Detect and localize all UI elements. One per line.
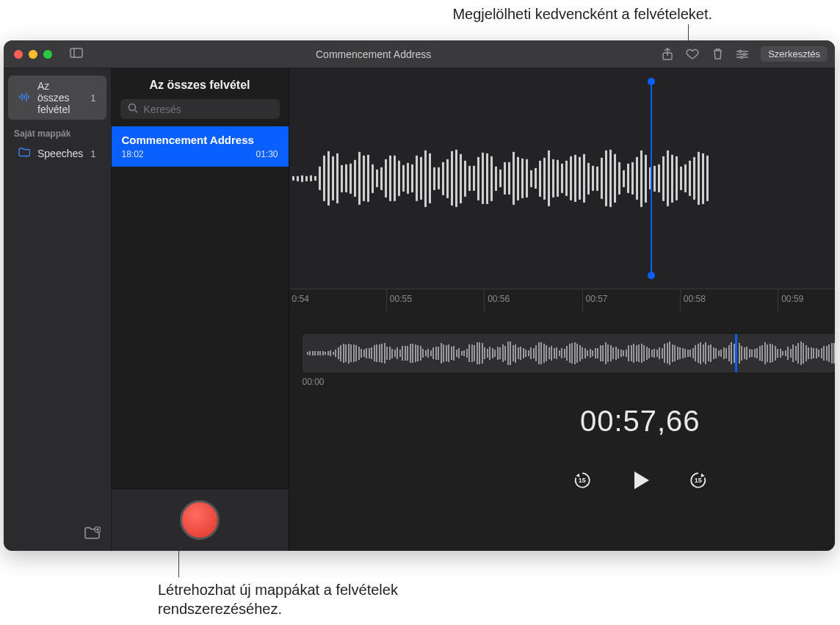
favorite-icon[interactable] [686,48,699,61]
ruler-tick: 00:58 [680,289,778,312]
skip-forward-seconds: 15 [695,477,702,484]
skip-back-seconds: 15 [579,477,586,484]
recording-time: 18:02 [122,149,144,159]
ruler-tick: 00:56 [484,289,582,312]
ruler-tick: 00:59 [778,289,835,312]
recordings-list-panel: Az összes felvétel Commencement Address … [112,68,289,551]
current-time-display: 00:57,66 [289,405,835,438]
svg-point-4 [739,50,742,52]
settings-sliders-icon[interactable] [736,48,749,61]
sidebar-item-count: 1 [90,148,95,159]
annotation-favorite: Megjelölheti kedvencként a felvételeket. [301,4,712,24]
record-button[interactable] [180,500,220,540]
waveform-overview-section: 00:00 01:30 [303,334,835,387]
search-input[interactable] [144,104,272,115]
sidebar: Az összes felvétel 1 Saját mappák Speech… [4,68,112,551]
new-folder-button[interactable] [84,527,101,542]
ruler-tick: 00:57 [582,289,680,312]
ruler-tick: 0:54 [289,289,386,312]
sidebar-toggle-button[interactable] [67,46,86,62]
svg-rect-0 [70,48,82,57]
playhead[interactable] [651,82,652,275]
sidebar-item-all-recordings[interactable]: Az összes felvétel 1 [8,76,106,120]
window-title: Commencement Address [92,48,655,60]
play-button[interactable] [627,467,653,494]
annotation-newfolder-line [178,548,179,577]
sidebar-item-count: 1 [90,93,95,104]
sidebar-section-mydirs: Saját mappák [4,121,111,142]
titlebar: Commencement Address [4,40,835,68]
sidebar-item-label: Az összes felvétel [37,80,83,115]
recordings-list-header: Az összes felvétel [112,68,289,99]
fullscreen-window-button[interactable] [43,50,52,59]
ruler-tick: 00:55 [386,289,484,312]
search-icon [128,103,138,115]
close-window-button[interactable] [14,50,23,59]
folder-icon [18,148,30,159]
recording-item[interactable]: Commencement Address 18:02 01:30 [112,126,289,167]
edit-button[interactable]: Szerkesztés [761,46,828,62]
waveform-overview[interactable] [303,334,835,372]
skip-back-button[interactable]: 15 [573,471,592,490]
playback-controls: 15 15 [289,467,835,516]
minimize-window-button[interactable] [29,50,37,59]
record-bar [112,488,289,551]
recording-duration: 01:30 [256,149,278,159]
time-ruler: 0:54 00:55 00:56 00:57 00:58 00:59 01:00… [289,289,835,312]
svg-line-18 [135,110,137,112]
recording-title: Commencement Address [122,134,278,146]
trash-icon[interactable] [711,48,724,61]
toolbar-right: Szerkesztés [661,46,828,62]
overview-playhead[interactable] [735,334,737,372]
svg-point-8 [741,56,743,58]
sidebar-item-label: Speeches [37,148,83,159]
share-icon[interactable] [661,48,674,61]
svg-point-17 [128,104,135,111]
waveform-main[interactable] [289,68,835,289]
waveform-icon [18,92,30,104]
window-controls [14,50,52,59]
search-field[interactable] [120,99,280,119]
svg-point-6 [744,53,746,55]
player-panel: 0:54 00:55 00:56 00:57 00:58 00:59 01:00… [289,68,835,551]
app-window: Commencement Address [4,40,835,551]
sidebar-item-folder[interactable]: Speeches 1 [8,143,106,164]
overview-start: 00:00 [303,377,325,387]
annotation-newfolder: Létrehozhat új mappákat a felvételek ren… [158,580,452,618]
skip-forward-button[interactable]: 15 [689,471,708,490]
